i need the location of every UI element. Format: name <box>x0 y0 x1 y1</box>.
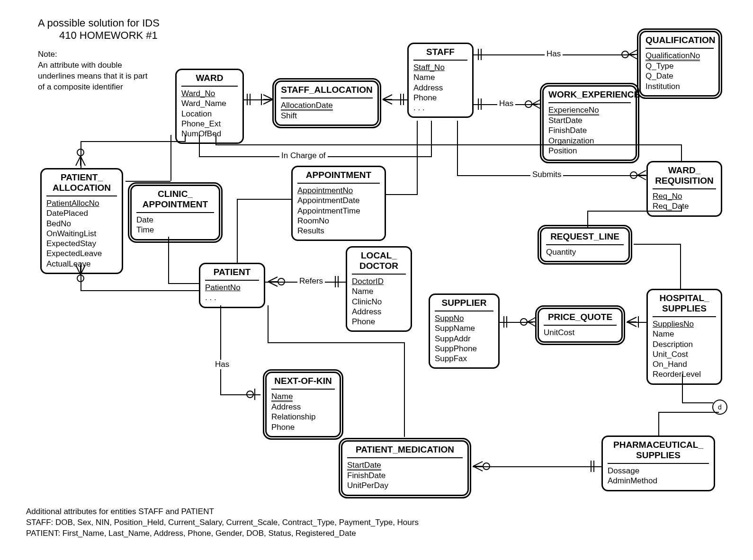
edge <box>681 144 682 161</box>
entity-clinic-appointment: CLINIC_ APPOINTMENTDateTime <box>130 185 220 240</box>
entity-attribute: Institution <box>645 81 714 91</box>
edge <box>220 394 260 395</box>
entity-attributes: ExperienceNoStartDateFinishDateOrganizat… <box>548 102 631 156</box>
entity-attribute: DoctorID <box>352 276 406 286</box>
er-diagram: A possible solution for IDS 410 HOMEWORK… <box>0 0 753 560</box>
edge <box>473 466 601 467</box>
edge <box>658 412 659 436</box>
edge <box>81 141 186 142</box>
entity-attributes: DateTime <box>136 212 214 235</box>
edge <box>215 135 216 145</box>
entity-local-doctor: LOCAL_ DOCTORDoctorIDNameClinicNoAddress… <box>346 246 412 332</box>
entity-attributes: SuppNoSuppNameSuppAddrSuppPhoneSuppFax <box>435 311 493 364</box>
edge <box>587 211 682 212</box>
entity-attribute: PatientNo <box>205 283 259 293</box>
entity-attribute: . . . <box>205 293 259 302</box>
entity-attribute: Relationship <box>271 412 335 422</box>
entity-ward: WARDWard_NoWard_NameLocationPhone_ExtNum… <box>175 69 244 144</box>
entity-attribute: AppointmentTime <box>297 206 380 216</box>
footer-l3: PATIENT: First_Name, Last_Name, Address,… <box>26 528 419 539</box>
note-l1: Note: <box>38 49 180 60</box>
entity-attribute: Results <box>297 226 380 236</box>
entity-attribute: Time <box>136 225 214 235</box>
footer-block: Additional attributes for entities STAFF… <box>26 507 419 539</box>
entity-attribute: AppointmentNo <box>297 186 380 196</box>
entity-attributes: AppointmentNoAppointmentDateAppointmentT… <box>297 183 380 236</box>
edge <box>215 144 682 145</box>
entity-attribute: Address <box>271 402 335 412</box>
entity-attribute: ExperienceNo <box>548 105 631 116</box>
entity-attribute: Shift <box>281 111 373 121</box>
entity-title: PATIENT_MEDICATION <box>347 444 463 456</box>
footer-l2: STAFF: DOB, Sex, NIN, Position_Held, Cur… <box>26 517 419 528</box>
entity-attributes: PatientNo. . . <box>205 280 259 303</box>
edge <box>634 244 681 245</box>
entity-attribute: PatientAllocNo <box>46 198 117 208</box>
entity-attribute: ExpectedLeave <box>46 249 117 258</box>
entity-attribute: Unit_Cost <box>653 349 716 359</box>
entity-attribute: Description <box>653 339 716 349</box>
entity-attribute: Q_Type <box>645 61 714 71</box>
entity-title: CLINIC_ APPOINTMENT <box>136 189 214 211</box>
entity-attribute: QualificationNo <box>645 51 714 61</box>
entity-pharmaceutical-supplies: PHARMACEUTICAL_ SUPPLIESDossageAdminMeth… <box>601 436 715 491</box>
entity-attribute: SuppliesNo <box>653 319 716 329</box>
entity-attribute: SuppAddr <box>435 334 493 344</box>
entity-price-quote: PRICE_QUOTEUnitCost <box>538 308 623 343</box>
entity-attributes: Req_NoReq_Date <box>653 188 716 212</box>
entity-attributes: Ward_NoWard_NameLocationPhone_ExtNumOfBe… <box>181 86 238 139</box>
rel-submits: Submits <box>530 170 563 179</box>
entity-attribute: Staff_No <box>413 62 467 72</box>
edge <box>627 322 646 323</box>
entity-attribute: Ward_No <box>181 89 238 98</box>
entity-attribute: Req_No <box>653 191 716 201</box>
entity-title: WORK_EXPERIENCE <box>548 89 631 101</box>
entity-request-line: REQUEST_LINEQuantity <box>540 227 630 262</box>
entity-title: STAFF <box>413 47 467 58</box>
entity-attribute: FinishDate <box>548 125 631 135</box>
entity-attribute: BedNo <box>46 219 117 229</box>
entity-attribute: NumOfBed <box>181 129 238 139</box>
edge <box>680 244 681 289</box>
edge <box>237 199 238 263</box>
entity-attribute: Location <box>181 109 238 119</box>
entity-attribute: AllocationDate <box>281 100 373 111</box>
entity-patient-allocation: PATIENT_ ALLOCATIONPatientAllocNoDatePla… <box>40 168 123 274</box>
entity-attribute: Phone <box>352 317 406 327</box>
entity-attribute: Dossage <box>608 466 709 476</box>
edge <box>431 121 432 157</box>
edge <box>718 412 719 413</box>
entity-attribute: AppointmentDate <box>297 196 380 205</box>
edge <box>417 121 418 194</box>
entity-title: QUALIFICATION <box>645 35 714 46</box>
entity-title: NEXT-OF-KIN <box>271 376 335 387</box>
edge <box>81 263 81 291</box>
edge <box>237 199 291 200</box>
entity-staff-allocation: STAFF_ALLOCATIONAllocationDateShift <box>275 80 379 126</box>
entity-title: HOSPITAL_ SUPPLIES <box>653 293 716 315</box>
entity-qualification: QUALIFICATIONQualificationNoQ_TypeQ_Date… <box>639 31 720 97</box>
entity-attribute: ReorderLevel <box>653 369 716 379</box>
entity-attribute: Name <box>352 286 406 296</box>
entity-attribute: SuppPhone <box>435 344 493 354</box>
edge <box>587 211 588 227</box>
entity-attributes: DossageAdminMethod <box>608 463 709 486</box>
entity-title: PATIENT <box>205 267 259 278</box>
edge <box>126 181 170 182</box>
entity-attribute: SuppFax <box>435 354 493 364</box>
edge <box>682 374 683 402</box>
edge <box>220 305 221 395</box>
edge <box>199 135 200 157</box>
entity-attribute: Address <box>413 83 467 93</box>
edge <box>404 342 405 437</box>
rel-has-experience: Has <box>497 99 515 108</box>
entity-attribute: UnitCost <box>544 328 617 338</box>
entity-attribute: DatePlaced <box>46 208 117 218</box>
entity-work-experience: WORK_EXPERIENCEExperienceNoStartDateFini… <box>542 85 637 161</box>
entity-title: APPOINTMENT <box>297 170 380 181</box>
entity-supplier: SUPPLIERSuppNoSuppNameSuppAddrSuppPhoneS… <box>429 293 500 369</box>
rel-refers: Refers <box>297 276 325 286</box>
entity-attribute: FinishDate <box>347 471 463 480</box>
entity-attribute: Address <box>352 307 406 317</box>
title-line-2: 410 HOMEWORK #1 <box>59 29 158 42</box>
